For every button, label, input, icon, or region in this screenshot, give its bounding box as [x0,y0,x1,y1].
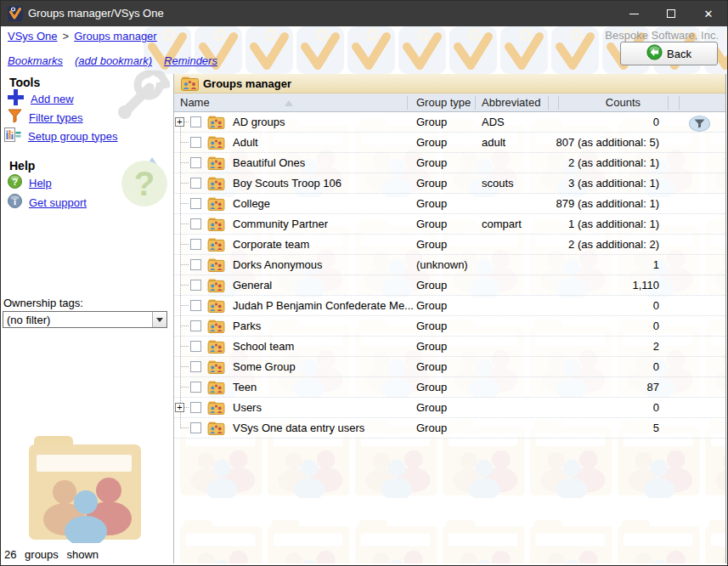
row-checkbox[interactable] [190,341,201,352]
breadcrumb-link-groups-manager[interactable]: Groups manager [74,30,157,42]
table-row[interactable]: GeneralGroup1,110 [174,275,725,296]
table-row[interactable]: School teamGroup2 [174,337,725,357]
setup-group-types-link[interactable]: Setup group types [28,130,118,143]
row-checkbox[interactable] [190,402,201,413]
column-separator[interactable] [407,96,408,110]
cell-name: Adult [233,136,258,149]
minimize-button[interactable] [615,1,652,26]
dropdown-button[interactable] [152,312,166,327]
grid-filter-icon[interactable] [689,116,710,132]
cell-name: College [233,197,270,210]
expand-icon[interactable]: + [175,117,184,127]
table-row[interactable]: Dorks Anonymous(unknown)1 [174,255,725,275]
table-row[interactable]: Beautiful OnesGroup2 (as additional: 1) [174,153,725,173]
table-row[interactable]: Community PartnerGroupcompart1 (as addit… [174,214,725,235]
row-checkbox[interactable] [190,300,201,311]
table-row[interactable]: VSys One data entry usersGroup5 [174,418,725,439]
table-row[interactable]: +AD groupsGroupADS0 [174,112,725,133]
cell-counts: 0 [653,320,659,332]
sidebar-item-filter-types[interactable]: Filter types [8,109,83,126]
chevron-down-icon [156,318,163,322]
row-checkbox[interactable] [190,422,201,433]
row-checkbox[interactable] [190,157,201,168]
bookmarks-link[interactable]: Bookmarks [8,54,63,67]
expand-icon[interactable]: + [175,403,184,412]
cell-name: Judah P Benjamin Confederate Me... [233,299,414,312]
vsys-logo-tile [551,26,599,74]
sidebar-item-add-new[interactable]: Add new [8,89,74,108]
vsys-logo-tile [296,26,344,74]
group-folder-icon [207,299,225,315]
column-separator[interactable] [548,96,549,110]
grid-header[interactable]: Name Group type Abbreviated Counts [174,93,725,112]
sidebar-item-get-support[interactable]: i Get support [8,194,87,211]
vsys-logo-tile [500,26,548,74]
table-row[interactable]: Some GroupGroup0 [174,357,725,377]
cell-name: AD groups [233,116,285,128]
ownership-tags-select[interactable]: (no filter) [3,311,167,328]
cell-name: Teen [233,381,257,393]
row-checkbox[interactable] [190,320,201,331]
row-checkbox[interactable] [190,116,201,127]
reminders-link[interactable]: Reminders [164,54,217,67]
column-separator[interactable] [668,96,669,110]
row-checkbox[interactable] [190,259,201,270]
row-checkbox[interactable] [190,280,201,291]
table-row[interactable]: Judah P Benjamin Confederate Me...Group0 [174,296,725,316]
cell-type: (unknown) [416,258,468,271]
row-checkbox[interactable] [190,239,201,250]
column-header-group-type[interactable]: Group type [416,96,471,109]
sidebar-item-help[interactable]: ? Help [8,174,52,191]
row-checkbox[interactable] [190,382,201,393]
column-header-abbreviated[interactable]: Abbreviated [482,96,540,109]
row-checkbox[interactable] [190,137,201,148]
get-support-link[interactable]: Get support [29,196,87,209]
table-row[interactable]: AdultGroupadult807 (as additional: 5) [174,133,725,153]
group-types-icon [4,127,21,144]
sidebar-item-setup-group-types[interactable]: Setup group types [4,127,118,144]
close-button[interactable]: ✕ [690,1,727,26]
maximize-icon [667,9,675,18]
column-header-name[interactable]: Name [180,96,210,109]
table-row[interactable]: ParksGroup0 [174,316,725,337]
cell-name: Parks [233,320,261,332]
cell-counts: 0 [653,116,659,128]
add-new-link[interactable]: Add new [31,93,74,105]
filter-types-link[interactable]: Filter types [29,111,83,124]
column-separator[interactable] [679,96,680,110]
row-checkbox[interactable] [190,178,201,189]
table-row[interactable]: Boy Scouts Troop 106Groupscouts3 (as add… [174,173,725,194]
cell-type: Group [416,381,447,393]
column-separator[interactable] [558,96,559,110]
back-label: Back [667,48,691,60]
nav-links: Bookmarks (add bookmark) Reminders [8,54,217,67]
table-row[interactable]: CollegeGroup879 (as additional: 1) [174,194,725,214]
cell-abbr: adult [482,136,505,149]
folder-watermark-icon [29,436,143,546]
column-separator[interactable] [475,96,476,110]
column-header-counts[interactable]: Counts [606,96,641,109]
back-button[interactable]: Back [620,42,718,65]
row-checkbox[interactable] [190,361,201,372]
group-folder-icon [207,320,225,336]
cell-type: Group [416,340,447,353]
row-checkbox[interactable] [190,198,201,209]
group-folder-icon [207,197,225,213]
svg-text:?: ? [12,177,18,187]
sidebar: ? Tools Add new Filter types [1,74,173,565]
ownership-tags-value: (no filter) [3,314,152,326]
maximize-button[interactable] [652,1,690,26]
table-row[interactable]: Corporate teamGroup2 (as additional: 2) [174,235,725,255]
add-bookmark-link[interactable]: (add bookmark) [75,54,152,67]
cell-counts: 5 [653,422,659,434]
row-checkbox[interactable] [190,218,201,229]
svg-text:i: i [14,196,16,207]
group-folder-icon [207,218,225,234]
sort-ascending-icon [285,100,293,106]
table-row[interactable]: TeenGroup87 [174,377,725,398]
cell-counts: 879 (as additional: 1) [556,197,659,210]
tree-line [180,122,181,428]
breadcrumb-link-vsys-one[interactable]: VSys One [8,30,58,42]
help-link[interactable]: Help [29,177,52,190]
table-row[interactable]: +UsersGroup0 [174,398,725,418]
